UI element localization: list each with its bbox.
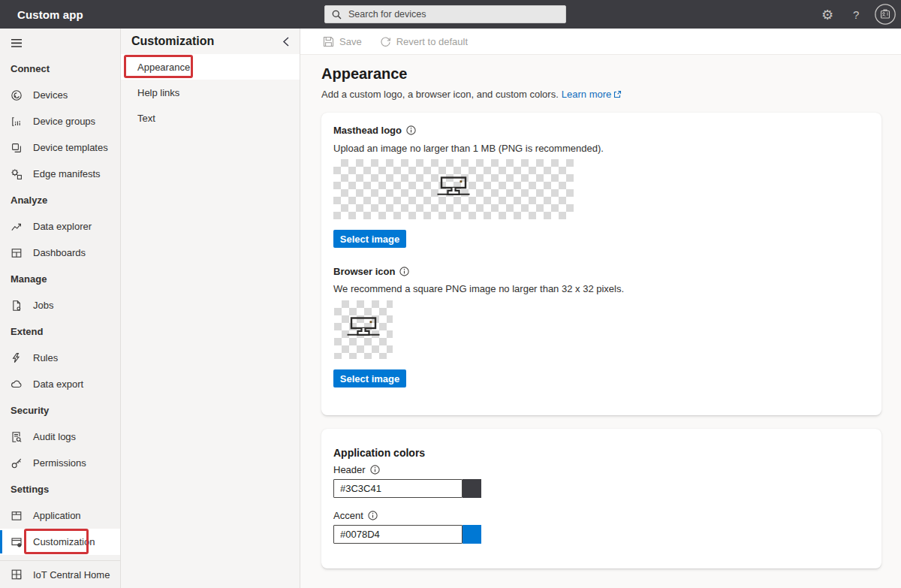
sidebar-item-audit-logs[interactable]: Audit logs bbox=[0, 424, 120, 450]
devices-icon bbox=[11, 89, 23, 101]
accent-color-input[interactable] bbox=[333, 525, 463, 544]
sidebar-item-devices[interactable]: Devices bbox=[0, 82, 120, 108]
dashboards-icon bbox=[11, 247, 23, 259]
hamburger-menu-icon[interactable] bbox=[11, 38, 23, 51]
sidebar-item-edge-manifests[interactable]: Edge manifests bbox=[0, 161, 120, 187]
sidebar-item-label: Audit logs bbox=[33, 431, 76, 442]
application-icon bbox=[11, 510, 23, 522]
search-input[interactable] bbox=[347, 8, 550, 20]
command-bar: Save Revert to default bbox=[300, 29, 901, 55]
browser-icon-preview bbox=[334, 300, 393, 359]
sidebar-item-label: Permissions bbox=[33, 457, 86, 469]
select-image-label: Select image bbox=[340, 234, 400, 245]
customization-icon bbox=[11, 536, 23, 548]
sidebar-item-data-explorer[interactable]: Data explorer bbox=[0, 213, 120, 240]
panel-header: Customization bbox=[121, 29, 300, 54]
device-groups-icon bbox=[11, 116, 23, 128]
info-icon[interactable] bbox=[370, 465, 380, 475]
panel-item-label: Help links bbox=[137, 87, 179, 98]
masthead-logo-label: Masthead logo bbox=[333, 125, 402, 136]
sidebar-list: Connect Devices Device groups Device tem bbox=[0, 56, 120, 555]
sidebar-item-rules[interactable]: Rules bbox=[0, 345, 120, 371]
account-avatar[interactable] bbox=[874, 0, 896, 29]
page-description: Add a custom logo, a browser icon, and c… bbox=[321, 89, 559, 100]
application-colors-title: Application colors bbox=[333, 447, 425, 459]
revert-to-default-button[interactable]: Revert to default bbox=[380, 36, 468, 47]
sidebar-section-extend: Extend bbox=[0, 318, 120, 345]
iot-central-home-icon bbox=[11, 568, 23, 580]
help-icon[interactable]: ? bbox=[853, 0, 859, 29]
data-export-icon bbox=[11, 378, 23, 390]
save-button[interactable]: Save bbox=[323, 36, 362, 47]
info-icon[interactable] bbox=[406, 125, 416, 135]
sidebar-item-label: Application bbox=[33, 510, 81, 521]
panel-item-appearance[interactable]: Appearance bbox=[121, 54, 300, 80]
appearance-page: Appearance Add a custom logo, a browser … bbox=[300, 55, 901, 588]
sidebar-item-dashboards[interactable]: Dashboards bbox=[0, 240, 120, 266]
sidebar-item-device-templates[interactable]: Device templates bbox=[0, 134, 120, 161]
audit-logs-icon bbox=[11, 431, 23, 443]
page-title: Appearance bbox=[321, 65, 622, 83]
jobs-icon bbox=[11, 300, 23, 312]
sidebar-section-manage: Manage bbox=[0, 266, 120, 292]
sidebar-section-connect: Connect bbox=[0, 56, 120, 82]
accent-color-label: Accent bbox=[333, 510, 363, 521]
external-link-icon bbox=[613, 90, 622, 98]
sidebar-item-permissions[interactable]: Permissions bbox=[0, 450, 120, 476]
active-nav-indicator bbox=[0, 530, 2, 553]
top-bar: Custom app ⚙ ? bbox=[0, 0, 901, 29]
learn-more-label: Learn more bbox=[562, 89, 611, 100]
learn-more-link[interactable]: Learn more bbox=[562, 89, 622, 100]
revert-icon bbox=[380, 36, 391, 47]
browser-icon-select-image-button[interactable]: Select image bbox=[333, 369, 406, 387]
sidebar-item-customization[interactable]: Customization bbox=[0, 529, 120, 555]
monitor-placeholder-icon bbox=[346, 315, 381, 345]
masthead-hint: Upload an image no larger than 1 MB (PNG… bbox=[333, 143, 604, 154]
info-icon[interactable] bbox=[399, 267, 409, 276]
sidebar-item-data-export[interactable]: Data export bbox=[0, 371, 120, 397]
browser-icon-hint: We recommend a square PNG image no large… bbox=[333, 283, 624, 294]
app-title: Custom app bbox=[17, 0, 83, 29]
info-icon[interactable] bbox=[368, 511, 378, 520]
search-icon bbox=[332, 10, 342, 20]
sidebar-item-label: Customization bbox=[33, 536, 95, 547]
settings-gear-icon[interactable]: ⚙ bbox=[821, 0, 833, 29]
app-window: Custom app ⚙ ? Connect bbox=[0, 0, 901, 588]
sidebar-item-label: Device templates bbox=[33, 142, 108, 153]
panel-item-text[interactable]: Text bbox=[121, 105, 300, 131]
save-icon bbox=[323, 36, 334, 47]
sidebar-item-jobs[interactable]: Jobs bbox=[0, 292, 120, 318]
application-colors-card: Application colors Header Accent bbox=[321, 429, 881, 568]
monitor-placeholder-icon bbox=[436, 174, 471, 204]
sidebar-item-label: Device groups bbox=[33, 116, 95, 127]
data-explorer-icon bbox=[11, 221, 23, 233]
collapse-panel-button[interactable] bbox=[282, 36, 291, 47]
masthead-select-image-button[interactable]: Select image bbox=[333, 230, 406, 248]
chevron-left-icon bbox=[282, 36, 291, 47]
sidebar-item-label: Dashboards bbox=[33, 247, 86, 258]
panel-title: Customization bbox=[131, 35, 214, 48]
sidebar-item-label: Data explorer bbox=[33, 221, 92, 232]
sidebar-item-iot-central-home[interactable]: IoT Central Home bbox=[0, 560, 120, 588]
panel-item-label: Text bbox=[137, 113, 155, 124]
sidebar-item-label: Jobs bbox=[33, 300, 53, 311]
save-label: Save bbox=[339, 36, 362, 47]
accent-color-swatch bbox=[463, 525, 481, 544]
panel-items: Appearance Help links Text bbox=[121, 54, 300, 131]
sidebar-item-device-groups[interactable]: Device groups bbox=[0, 108, 120, 134]
sidebar-item-application[interactable]: Application bbox=[0, 502, 120, 529]
panel-item-help-links[interactable]: Help links bbox=[121, 80, 300, 105]
sidebar-item-label: Edge manifests bbox=[33, 168, 101, 179]
permissions-icon bbox=[11, 457, 23, 469]
customization-panel: Customization Appearance Help links Text bbox=[121, 29, 300, 588]
sidebar-nav: Connect Devices Device groups Device tem bbox=[0, 29, 121, 588]
revert-label: Revert to default bbox=[396, 36, 468, 47]
main-content: Save Revert to default Appearance Add a … bbox=[300, 29, 901, 588]
edge-manifests-icon bbox=[11, 168, 23, 180]
sidebar-section-analyze: Analyze bbox=[0, 187, 120, 213]
sidebar-item-label: Devices bbox=[33, 89, 68, 101]
masthead-logo-preview bbox=[333, 159, 574, 219]
device-search-box[interactable] bbox=[324, 5, 566, 23]
header-color-input[interactable] bbox=[333, 479, 463, 498]
sidebar-item-label: IoT Central Home bbox=[33, 569, 110, 580]
